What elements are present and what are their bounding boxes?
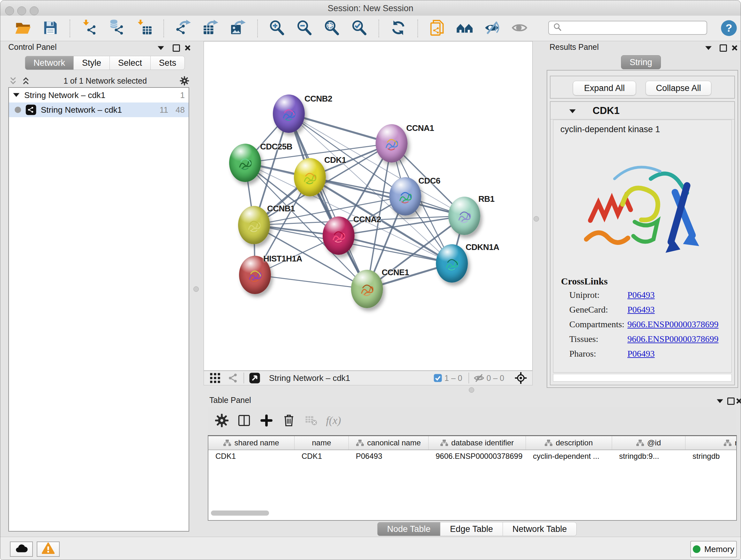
- collapse-all-icon[interactable]: [8, 76, 18, 85]
- column-header-name[interactable]: name: [294, 436, 349, 449]
- fit-content-button[interactable]: [324, 20, 340, 37]
- crosslink-link[interactable]: P06493: [627, 305, 655, 315]
- control-panel-float-icon[interactable]: [172, 43, 181, 53]
- zoom-out-button[interactable]: [296, 20, 313, 37]
- crosslink-link[interactable]: 9606.ENSP00000378699: [627, 334, 718, 344]
- table-panel-collapse-icon[interactable]: [715, 396, 725, 406]
- birdseye-view-icon[interactable]: [249, 372, 261, 384]
- table-panel-close-icon[interactable]: [734, 396, 741, 406]
- network-collection-row[interactable]: String Network – cdk1 1: [9, 88, 189, 103]
- save-session-button[interactable]: [42, 20, 59, 37]
- open-session-button[interactable]: [15, 20, 31, 37]
- tab-style[interactable]: Style: [73, 56, 110, 70]
- bottom-splitter-handle[interactable]: [469, 387, 474, 393]
- zoom-selected-button[interactable]: [351, 20, 367, 37]
- crosslink-link[interactable]: P06493: [627, 349, 655, 359]
- crosslink-link[interactable]: 9606.ENSP00000378699: [627, 319, 718, 329]
- hidden-eye-slash-icon[interactable]: [474, 373, 484, 383]
- columns-button[interactable]: [235, 412, 253, 429]
- hide-graphics-details-button[interactable]: [484, 20, 500, 37]
- node-CCNE1[interactable]: [351, 270, 383, 308]
- delete-column-button[interactable]: [280, 412, 298, 429]
- import-network-from-database-button[interactable]: [109, 20, 125, 37]
- column-header-shared-name[interactable]: shared name: [208, 436, 294, 449]
- table-cell[interactable]: 9606.ENSP00000378699: [428, 450, 526, 462]
- left-splitter-handle[interactable]: [193, 287, 199, 292]
- column-header--id[interactable]: @id: [612, 436, 685, 449]
- control-panel-collapse-icon[interactable]: [156, 43, 165, 53]
- tab-string[interactable]: String: [621, 55, 661, 69]
- node-CDKN1A[interactable]: [436, 244, 468, 283]
- control-panel-close-icon[interactable]: [183, 43, 192, 53]
- results-panel-collapse-icon[interactable]: [704, 43, 713, 53]
- table-cell[interactable]: cyclin-dependent ...: [526, 450, 612, 462]
- crosslink-link[interactable]: P06493: [627, 290, 655, 300]
- expand-all-button[interactable]: Expand All: [573, 81, 636, 96]
- selected-checkbox-icon[interactable]: [433, 373, 443, 383]
- export-image-button[interactable]: [230, 20, 246, 37]
- node-CCNB1[interactable]: [238, 206, 270, 244]
- gene-scrollbar[interactable]: [553, 374, 732, 381]
- table-cell[interactable]: P06493: [349, 450, 428, 462]
- search-box[interactable]: [548, 21, 707, 35]
- tab-network[interactable]: Network: [25, 56, 74, 70]
- apply-layout-button[interactable]: [390, 20, 407, 37]
- share-network-icon[interactable]: [227, 372, 239, 384]
- network-canvas[interactable]: CCNB2 CCNA1 CDC25B CDK1 CDC6 RB1: [204, 41, 533, 371]
- column-header-description[interactable]: description: [526, 436, 612, 449]
- node-CCNA2[interactable]: [323, 216, 354, 255]
- table-cell[interactable]: stringdb:9...: [612, 450, 685, 462]
- zoom-in-button[interactable]: [269, 20, 285, 37]
- right-splitter-handle[interactable]: [534, 216, 539, 222]
- results-panel-close-icon[interactable]: [730, 43, 739, 53]
- node-CCNA1[interactable]: [376, 124, 408, 163]
- import-network-from-file-button[interactable]: [81, 20, 98, 37]
- node-CDC25B[interactable]: [229, 144, 261, 182]
- table-cell[interactable]: stringdb: [685, 450, 737, 462]
- search-input[interactable]: [565, 23, 703, 33]
- gear-icon[interactable]: [180, 76, 189, 85]
- memory-button[interactable]: Memory: [690, 541, 737, 557]
- export-network-button[interactable]: [175, 20, 192, 37]
- tab-select[interactable]: Select: [110, 56, 151, 70]
- clear-table-button[interactable]: [302, 412, 320, 429]
- application-window: Session: New Session ? Control Panel Net…: [0, 0, 741, 560]
- gene-collapse-icon[interactable]: [568, 106, 577, 116]
- node-CCNB2[interactable]: [273, 95, 305, 133]
- export-table-button[interactable]: [202, 20, 219, 37]
- move-crosshair-icon[interactable]: [515, 372, 527, 384]
- string-protein-query-button[interactable]: [456, 20, 473, 37]
- clone-network-button[interactable]: [429, 20, 446, 37]
- tab-edge-table[interactable]: Edge Table: [440, 522, 503, 536]
- table-horizontal-scrollbar[interactable]: [211, 510, 269, 516]
- edge-count: 48: [168, 105, 185, 115]
- results-panel-float-icon[interactable]: [718, 43, 728, 53]
- import-table-from-file-button[interactable]: [136, 20, 152, 37]
- network-row[interactable]: String Network – cdk1 11 48: [9, 103, 189, 117]
- warnings-button[interactable]: [37, 542, 60, 557]
- column-header-database-identifier[interactable]: database identifier: [428, 436, 526, 449]
- table-cell[interactable]: CDK1: [208, 450, 294, 462]
- column-header-namespace[interactable]: namespace: [685, 436, 737, 449]
- crosslink-label: Pharos:: [569, 349, 627, 359]
- add-column-button[interactable]: [258, 412, 275, 429]
- table-row[interactable]: CDK1CDK1P064939606.ENSP00000378699cyclin…: [208, 450, 736, 462]
- node-CDC6[interactable]: [389, 177, 421, 215]
- table-cell[interactable]: CDK1: [294, 450, 349, 462]
- gear-button[interactable]: [213, 412, 231, 429]
- gene-header[interactable]: CDK1: [550, 102, 734, 119]
- grid-view-icon[interactable]: [210, 373, 220, 383]
- tab-node-table[interactable]: Node Table: [377, 522, 441, 536]
- show-graphics-details-button[interactable]: [511, 20, 528, 37]
- tree-expand-icon[interactable]: [13, 90, 20, 100]
- collapse-all-button[interactable]: Collapse All: [646, 81, 711, 96]
- node-CDK1[interactable]: [294, 158, 326, 196]
- function-builder-button[interactable]: f(x): [325, 412, 342, 429]
- column-header-canonical-name[interactable]: canonical name: [349, 436, 428, 449]
- help-button[interactable]: ?: [720, 19, 738, 37]
- tab-network-table[interactable]: Network Table: [502, 522, 577, 536]
- node-RB1[interactable]: [448, 197, 480, 235]
- expand-all-icon[interactable]: [21, 76, 30, 85]
- automation-cloud-button[interactable]: [10, 542, 33, 557]
- tab-sets[interactable]: Sets: [150, 56, 185, 70]
